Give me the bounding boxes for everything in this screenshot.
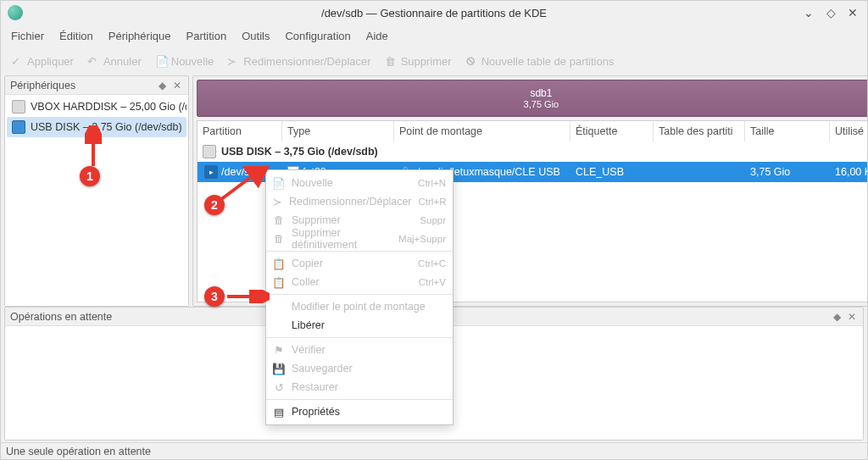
new-icon: 📄	[273, 177, 285, 189]
hdd-icon	[12, 100, 25, 114]
menu-file[interactable]: Fichier	[11, 30, 44, 42]
th-type[interactable]: Type	[282, 121, 394, 141]
annotation-2: 2	[204, 195, 225, 215]
properties-icon: ▤	[273, 406, 285, 418]
trash-icon: 🗑	[273, 214, 285, 226]
th-size[interactable]: Taille	[745, 121, 830, 141]
statusbar: Une seule opération en attente	[1, 442, 867, 459]
flag-icon: ⚑	[273, 344, 285, 356]
maximize-button[interactable]: ◇	[823, 6, 838, 19]
panel-detach-icon[interactable]: ◆	[831, 311, 843, 323]
check-icon: ✓	[11, 55, 23, 67]
new-icon: 📄	[155, 55, 167, 67]
close-button[interactable]: ✕	[845, 6, 860, 19]
panel-close-icon[interactable]: ✕	[171, 80, 183, 91]
tb-new[interactable]: 📄Nouvelle	[155, 55, 214, 68]
undo-icon: ↶	[87, 55, 99, 67]
table-header: Partition Type Point de montage Étiquett…	[198, 121, 867, 141]
devices-header: Périphériques ◆ ✕	[5, 76, 188, 95]
diskbar-partition-size: 3,75 Gio	[524, 99, 559, 109]
paste-icon: 📋	[273, 276, 285, 288]
restore-icon: ↺	[273, 381, 285, 393]
annotation-arrow-1	[85, 125, 102, 166]
ctx-verify[interactable]: ⚑Vérifier	[266, 341, 453, 359]
tb-cancel[interactable]: ↶Annuler	[87, 55, 142, 68]
app-logo-icon	[8, 5, 23, 20]
diskbar-partition-name: sdb1	[530, 87, 552, 99]
annotation-arrow-2	[219, 166, 270, 205]
save-icon: 💾	[273, 363, 285, 374]
panel-detach-icon[interactable]: ◆	[156, 80, 168, 91]
menu-tools[interactable]: Outils	[242, 30, 270, 42]
th-used[interactable]: Utilisé	[830, 121, 867, 141]
device-label: VBOX HARDDISK – 25,00 Gio (/d...	[31, 101, 186, 113]
annotation-1: 1	[80, 166, 100, 186]
tb-newtable[interactable]: 🛇Nouvelle table de partitions	[465, 55, 615, 68]
expand-icon[interactable]: ▸	[204, 165, 218, 179]
tb-resize[interactable]: ≻Redimensionner/Déplacer	[227, 55, 370, 68]
ctx-resize[interactable]: ≻Redimensionner/DéplacerCtrl+R	[266, 192, 453, 211]
resize-icon: ≻	[273, 196, 282, 208]
disk-header-row[interactable]: USB DISK – 3,75 Gio (/dev/sdb)	[198, 141, 867, 162]
erase-icon: 🛇	[465, 55, 477, 67]
svg-line-1	[220, 169, 261, 200]
ctx-copy[interactable]: 📋CopierCtrl+C	[266, 254, 453, 273]
ctx-restore[interactable]: ↺Restaurer	[266, 378, 453, 396]
menu-partition[interactable]: Partition	[186, 30, 226, 42]
window-title: /dev/sdb — Gestionnaire de partitions de…	[321, 7, 547, 19]
th-label[interactable]: Étiquette	[570, 121, 654, 141]
toolbar: ✓Appliquer ↶Annuler 📄Nouvelle ≻Redimensi…	[1, 47, 867, 75]
titlebar: /dev/sdb — Gestionnaire de partitions de…	[1, 1, 867, 25]
ctx-editmount[interactable]: Modifier le point de montage	[266, 297, 453, 316]
ctx-backup[interactable]: 💾Sauvegarder	[266, 359, 453, 378]
annotation-3: 3	[204, 286, 225, 307]
device-item-vbox[interactable]: VBOX HARDDISK – 25,00 Gio (/d...	[7, 97, 186, 117]
devices-panel: Périphériques ◆ ✕ VBOX HARDDISK – 25,00 …	[4, 75, 189, 307]
disk-icon	[203, 145, 216, 158]
th-partition[interactable]: Partition	[198, 121, 282, 141]
shred-icon: 🗑	[273, 233, 285, 245]
trash-icon: 🗑	[385, 55, 397, 67]
ctx-new[interactable]: 📄NouvelleCtrl+N	[266, 174, 453, 192]
menu-help[interactable]: Aide	[366, 30, 388, 42]
context-menu: 📄NouvelleCtrl+N ≻Redimensionner/Déplacer…	[265, 169, 453, 425]
menu-edit[interactable]: Édition	[59, 30, 93, 42]
annotation-arrow-3	[227, 290, 270, 303]
device-label: USB DISK – 3,75 Gio (/dev/sdb)	[31, 121, 182, 133]
usb-icon	[12, 120, 25, 134]
tb-apply[interactable]: ✓Appliquer	[11, 55, 74, 68]
menu-config[interactable]: Configuration	[285, 30, 350, 42]
th-mount[interactable]: Point de montage	[394, 121, 570, 141]
tb-delete[interactable]: 🗑Supprimer	[385, 55, 452, 68]
menu-device[interactable]: Périphérique	[108, 30, 171, 42]
ctx-props[interactable]: ▤Propriétés	[266, 402, 453, 421]
minimize-button[interactable]: ⌄	[801, 6, 816, 19]
menubar: Fichier Édition Périphérique Partition O…	[1, 25, 867, 47]
panel-close-icon[interactable]: ✕	[846, 311, 858, 323]
resize-icon: ≻	[227, 55, 239, 67]
th-ptable[interactable]: Table des partiti	[654, 121, 745, 141]
copy-icon: 📋	[273, 258, 285, 269]
disk-layout-bar[interactable]: sdb1 3,75 Gio	[197, 80, 867, 117]
ctx-shred[interactable]: 🗑Supprimer définitivementMaj+Suppr	[266, 230, 453, 248]
ctx-paste[interactable]: 📋CollerCtrl+V	[266, 273, 453, 291]
ctx-unmount[interactable]: Libérer	[266, 316, 453, 335]
